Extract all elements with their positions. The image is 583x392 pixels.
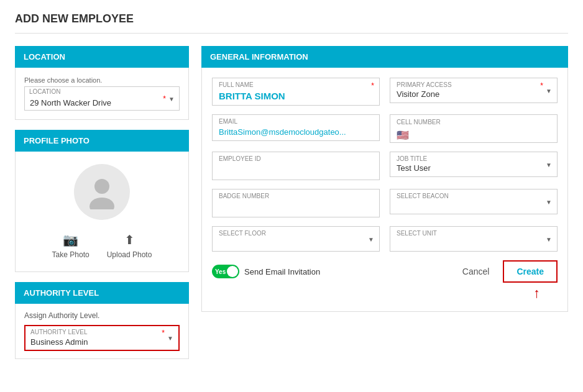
- authority-hint: Assign Authority Level.: [24, 311, 180, 320]
- primary-access-label: PRIMARY ACCESS: [397, 81, 452, 88]
- select-unit-chevron-icon: ▼: [546, 235, 552, 242]
- toggle-thumb: [227, 266, 238, 277]
- select-beacon-field: SELECT BEACON ▼: [390, 189, 558, 214]
- location-section: LOCATION Please choose a location. LOCAT…: [15, 46, 189, 120]
- upload-photo-label: Upload Photo: [107, 250, 152, 259]
- location-body: Please choose a location. LOCATION 29 No…: [15, 68, 189, 120]
- full-name-field: FULL NAME *: [212, 78, 380, 106]
- location-chevron-icon: ▼: [168, 95, 175, 102]
- form-row-3: EMPLOYEE ID JOB TITLE Test User ▼: [212, 152, 558, 180]
- full-name-star: *: [371, 81, 374, 90]
- form-row-1: FULL NAME * PRIMARY ACCESS * Visitor Zon…: [212, 78, 558, 106]
- select-floor-col: SELECT FLOOR ▼: [212, 226, 380, 252]
- send-email-label: Send Email Invitation: [244, 267, 320, 276]
- toggle-wrapper: Yes Send Email Invitation: [212, 265, 320, 278]
- select-unit-col: SELECT UNIT ▼: [390, 226, 558, 252]
- full-name-col: FULL NAME *: [212, 78, 380, 106]
- primary-access-field: PRIMARY ACCESS * Visitor Zone ▼: [390, 78, 558, 103]
- form-row-2: EMAIL CELL NUMBER 🇺🇸: [212, 114, 558, 143]
- general-info-header: GENERAL INFORMATION: [201, 46, 568, 68]
- authority-field-label: AUTHORITY LEVEL: [30, 329, 88, 335]
- right-panel: GENERAL INFORMATION FULL NAME * PRIMARY …: [201, 46, 568, 359]
- camera-icon: 📷: [63, 232, 78, 247]
- location-header: LOCATION: [15, 46, 189, 68]
- select-unit-label: SELECT UNIT: [397, 230, 437, 237]
- left-panel: LOCATION Please choose a location. LOCAT…: [15, 46, 189, 359]
- badge-number-label: BADGE NUMBER: [219, 193, 269, 199]
- avatar-icon: [86, 175, 117, 209]
- email-label: EMAIL: [219, 118, 237, 125]
- svg-point-1: [90, 198, 114, 209]
- select-floor-chevron-icon: ▼: [368, 235, 374, 242]
- toggle-yes-label: Yes: [215, 268, 226, 275]
- authority-chevron-icon: ▼: [167, 335, 173, 342]
- form-row-4: BADGE NUMBER SELECT BEACON ▼: [212, 189, 558, 217]
- location-field-label: LOCATION: [29, 88, 60, 95]
- select-floor-field: SELECT FLOOR ▼: [212, 226, 380, 252]
- badge-number-field: BADGE NUMBER: [212, 189, 380, 217]
- authority-select-wrapper: AUTHORITY LEVEL Business Admin Admin Emp…: [24, 325, 180, 351]
- select-unit-field: SELECT UNIT ▼: [390, 226, 558, 252]
- employee-id-label: EMPLOYEE ID: [219, 155, 261, 162]
- form-area: FULL NAME * PRIMARY ACCESS * Visitor Zon…: [201, 68, 568, 312]
- profile-section: PROFILE PHOTO 📷 Take Photo: [15, 130, 189, 272]
- svg-point-0: [94, 179, 109, 194]
- profile-header: PROFILE PHOTO: [15, 130, 189, 152]
- authority-required-star: *: [162, 329, 165, 337]
- email-input[interactable]: [213, 115, 379, 140]
- location-required-star: *: [163, 94, 166, 103]
- job-title-label: JOB TITLE: [397, 155, 427, 162]
- create-button[interactable]: Create: [503, 260, 558, 283]
- form-row-5: SELECT FLOOR ▼ SELECT UNIT: [212, 226, 558, 252]
- authority-section: AUTHORITY LEVEL Assign Authority Level. …: [15, 282, 189, 359]
- authority-header: AUTHORITY LEVEL: [15, 282, 189, 304]
- badge-number-col: BADGE NUMBER: [212, 189, 380, 217]
- cell-number-col: CELL NUMBER 🇺🇸: [390, 114, 558, 143]
- location-hint: Please choose a location.: [24, 76, 180, 84]
- main-layout: LOCATION Please choose a location. LOCAT…: [15, 46, 568, 359]
- primary-access-col: PRIMARY ACCESS * Visitor Zone ▼: [390, 78, 558, 106]
- take-photo-label: Take Photo: [52, 250, 90, 259]
- email-field: EMAIL: [212, 114, 380, 141]
- cell-number-label: CELL NUMBER: [397, 119, 551, 125]
- upload-icon: ⬆: [124, 232, 135, 247]
- location-field-wrapper: LOCATION 29 North Wacker Drive * ▼: [24, 86, 180, 111]
- page-container: ADD NEW EMPLOYEE LOCATION Please choose …: [0, 0, 583, 392]
- job-title-field: JOB TITLE Test User ▼: [390, 152, 558, 177]
- primary-access-star: *: [540, 81, 543, 90]
- take-photo-button[interactable]: 📷 Take Photo: [52, 232, 90, 259]
- select-beacon-chevron-icon: ▼: [546, 198, 552, 205]
- flag-us-icon: 🇺🇸: [397, 129, 551, 141]
- send-email-toggle[interactable]: Yes: [212, 265, 239, 278]
- create-arrow-icon: ↑: [533, 285, 540, 301]
- cancel-button[interactable]: Cancel: [456, 263, 496, 280]
- authority-body: Assign Authority Level. AUTHORITY LEVEL …: [15, 304, 189, 359]
- primary-access-chevron-icon: ▼: [546, 87, 552, 94]
- page-title: ADD NEW EMPLOYEE: [15, 12, 568, 34]
- select-floor-label: SELECT FLOOR: [219, 230, 266, 237]
- action-buttons: Cancel Create: [456, 260, 558, 283]
- employee-id-field: EMPLOYEE ID: [212, 152, 380, 180]
- full-name-label: FULL NAME: [219, 81, 254, 88]
- employee-id-col: EMPLOYEE ID: [212, 152, 380, 180]
- profile-body: 📷 Take Photo ⬆ Upload Photo: [15, 152, 189, 272]
- job-title-col: JOB TITLE Test User ▼: [390, 152, 558, 180]
- avatar: [74, 164, 130, 220]
- select-beacon-label: SELECT BEACON: [397, 193, 449, 199]
- job-title-chevron-icon: ▼: [546, 161, 552, 168]
- photo-actions: 📷 Take Photo ⬆ Upload Photo: [52, 232, 152, 259]
- email-col: EMAIL: [212, 114, 380, 143]
- bottom-bar: Yes Send Email Invitation Cancel Create: [212, 260, 558, 283]
- arrow-wrapper: ↑: [212, 285, 558, 301]
- select-beacon-col: SELECT BEACON ▼: [390, 189, 558, 217]
- cell-number-field: CELL NUMBER 🇺🇸: [390, 114, 558, 143]
- upload-photo-button[interactable]: ⬆ Upload Photo: [107, 232, 152, 259]
